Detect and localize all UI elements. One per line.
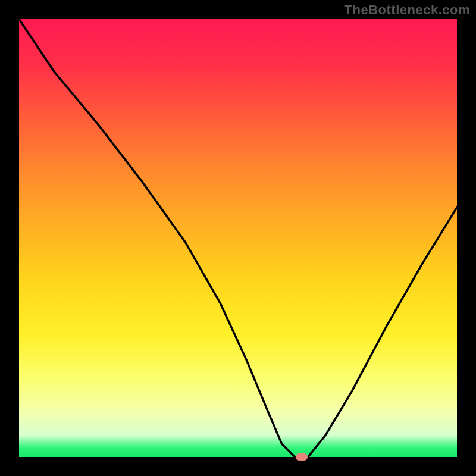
minimum-marker	[296, 453, 308, 461]
chart-frame: TheBottleneck.com	[0, 0, 476, 476]
watermark-text: TheBottleneck.com	[345, 2, 470, 18]
plot-area	[19, 19, 457, 457]
background-gradient	[19, 19, 457, 457]
